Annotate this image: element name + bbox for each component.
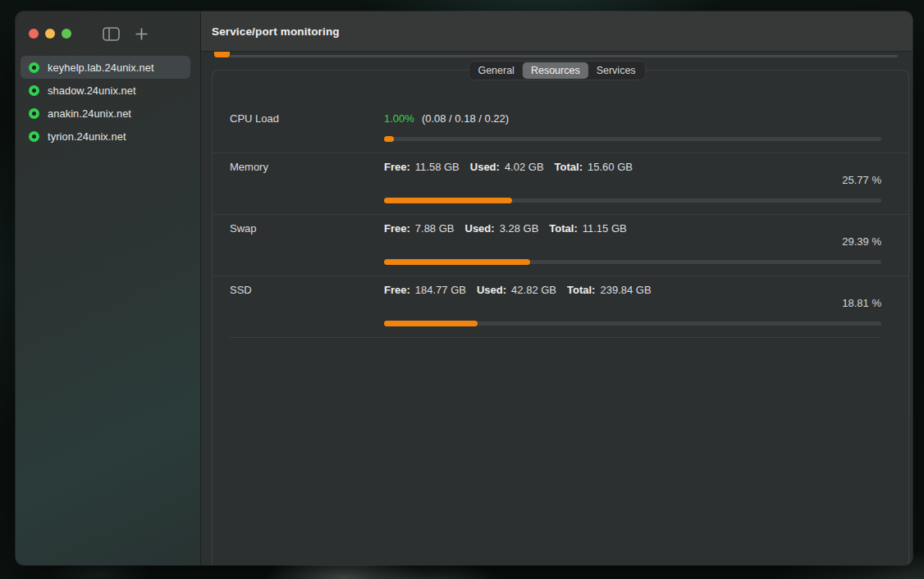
- ssd-percent: 18.81 %: [230, 297, 881, 310]
- titlebar: Service/port monitoring: [201, 11, 913, 52]
- resources-groupbox: CPU Load 1.00% (0.08 / 0.18 / 0.22) Memo…: [212, 70, 909, 565]
- progressbar-track: [384, 137, 881, 141]
- memory-label: Memory: [230, 161, 384, 174]
- used-value: 42.82 GB: [511, 284, 556, 297]
- used-key: Used:: [465, 222, 495, 235]
- scrolled-progressbar-track: [214, 55, 898, 57]
- total-value: 239.84 GB: [600, 284, 651, 297]
- total-key: Total:: [567, 284, 595, 297]
- server-label: anakin.24unix.net: [48, 107, 131, 120]
- ssd-label: SSD: [230, 284, 384, 297]
- ssd-progressbar: [384, 321, 881, 326]
- memory-stats: Free: 11.58 GB Used: 4.02 GB Total: 15.6…: [384, 161, 643, 174]
- progressbar-fill: [384, 198, 512, 203]
- server-label: tyrion.24unix.net: [48, 130, 126, 143]
- swap-progressbar: [384, 259, 881, 265]
- progressbar-fill: [384, 321, 478, 326]
- sidebar-item-shadow[interactable]: shadow.24unix.net: [21, 79, 190, 102]
- sidebar: keyhelp.lab.24unix.net shadow.24unix.net…: [16, 11, 201, 565]
- cpu-load-averages: (0.08 / 0.18 / 0.22): [422, 112, 509, 125]
- progressbar-fill: [384, 259, 530, 265]
- free-key: Free:: [384, 222, 410, 235]
- tab-resources[interactable]: Resources: [523, 62, 588, 79]
- server-label: shadow.24unix.net: [48, 84, 136, 97]
- content-area: General Resources Services CPU Load 1.00…: [201, 52, 913, 565]
- used-value: 4.02 GB: [505, 161, 544, 174]
- ssd-stats: Free: 184.77 GB Used: 42.82 GB Total: 23…: [384, 284, 662, 297]
- sidebar-item-anakin[interactable]: anakin.24unix.net: [21, 102, 190, 125]
- total-key: Total:: [549, 222, 577, 235]
- tab-bar: General Resources Services: [468, 61, 645, 80]
- server-label: keyhelp.lab.24unix.net: [48, 62, 154, 74]
- status-online-icon: [29, 108, 39, 119]
- zoom-button[interactable]: [62, 29, 71, 39]
- cpu-progressbar: [384, 136, 881, 142]
- tab-services[interactable]: Services: [588, 62, 644, 79]
- scrolled-progressbar-fill: [214, 52, 230, 57]
- sidebar-item-tyrion[interactable]: tyrion.24unix.net: [21, 125, 190, 148]
- status-online-icon: [29, 62, 39, 73]
- free-value: 184.77 GB: [415, 284, 466, 297]
- used-key: Used:: [477, 284, 506, 297]
- memory-row: Memory Free: 11.58 GB Used: 4.02 GB Tota…: [213, 153, 908, 214]
- swap-row: Swap Free: 7.88 GB Used: 3.28 GB Total: …: [213, 214, 908, 276]
- free-key: Free:: [384, 284, 410, 297]
- swap-label: Swap: [230, 222, 384, 235]
- app-window: keyhelp.lab.24unix.net shadow.24unix.net…: [16, 11, 913, 565]
- memory-percent: 25.77 %: [230, 174, 881, 187]
- total-value: 15.60 GB: [588, 161, 633, 174]
- minimize-button[interactable]: [45, 29, 55, 39]
- sidebar-item-keyhelp[interactable]: keyhelp.lab.24unix.net: [21, 56, 190, 79]
- swap-percent: 29.39 %: [230, 235, 881, 248]
- add-server-button[interactable]: [135, 27, 149, 41]
- main-panel: Service/port monitoring General Resource…: [201, 11, 913, 565]
- close-button[interactable]: [29, 29, 39, 39]
- sidebar-toggle-icon[interactable]: [103, 27, 120, 41]
- free-value: 11.58 GB: [415, 161, 460, 174]
- swap-stats: Free: 7.88 GB Used: 3.28 GB Total: 11.15…: [384, 222, 638, 235]
- cpu-load-label: CPU Load: [230, 112, 384, 125]
- status-online-icon: [29, 131, 39, 142]
- cpu-load-row: CPU Load 1.00% (0.08 / 0.18 / 0.22): [213, 71, 908, 153]
- total-value: 11.15 GB: [583, 222, 627, 235]
- used-value: 3.28 GB: [500, 222, 539, 235]
- total-key: Total:: [555, 161, 583, 174]
- tab-general[interactable]: General: [469, 62, 522, 79]
- used-key: Used:: [470, 161, 500, 174]
- section-divider: [230, 337, 881, 338]
- progressbar-fill: [384, 136, 394, 142]
- server-list: keyhelp.lab.24unix.net shadow.24unix.net…: [16, 56, 200, 148]
- ssd-row: SSD Free: 184.77 GB Used: 42.82 GB Total…: [213, 276, 908, 337]
- sidebar-header: [16, 11, 200, 56]
- free-key: Free:: [384, 161, 410, 174]
- memory-progressbar: [384, 198, 881, 203]
- cpu-load-value: 1.00%: [384, 112, 414, 125]
- status-online-icon: [29, 85, 39, 96]
- free-value: 7.88 GB: [415, 222, 455, 235]
- page-title: Service/port monitoring: [212, 25, 340, 38]
